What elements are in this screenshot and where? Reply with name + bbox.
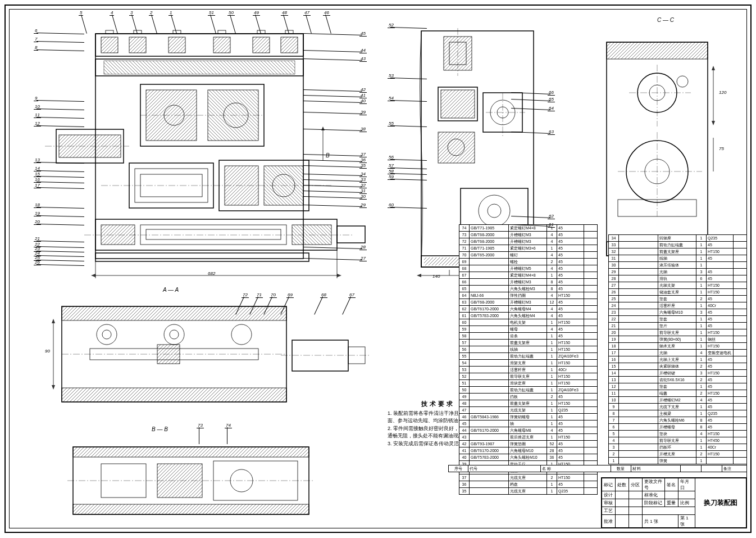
- svg-marker-45: [337, 274, 341, 277]
- svg-rect-2: [101, 37, 118, 53]
- bom-row: 68开槽螺钉M5445: [459, 265, 598, 272]
- svg-rect-8: [106, 30, 113, 34]
- bom-row: 7六角头螺栓M6845: [609, 417, 747, 424]
- balloon-69: 69: [286, 292, 294, 297]
- svg-rect-5: [213, 37, 230, 53]
- bom-table-right: 34转轴座1Q23533前动力缸端盖14532前盖支架座1HT15031线轴14…: [608, 234, 747, 464]
- svg-rect-7: [281, 37, 298, 53]
- svg-point-62: [479, 195, 510, 227]
- bom-row: 43前后推进支座1HT150: [459, 434, 598, 441]
- svg-marker-87: [712, 121, 715, 125]
- svg-point-95: [170, 330, 179, 339]
- svg-rect-100: [292, 340, 348, 371]
- bom-row: 3挡板环140Cr: [609, 444, 747, 451]
- main-view: B: [28, 17, 376, 287]
- bom-row: 54滑架支座1HT150: [459, 360, 598, 367]
- balloon-48: 48: [281, 10, 288, 15]
- bom-row: 71GB/T71-1985紧定螺钉M3×6145: [459, 245, 598, 252]
- bom-row: 13齿轮5X6.5X16245: [609, 377, 747, 383]
- svg-rect-3: [129, 37, 146, 53]
- hdr-name: 名 称: [541, 465, 611, 472]
- bom-row: 18轴承支座1HT150: [609, 343, 747, 350]
- bom-row: 48前盖支架座1HT150: [459, 400, 598, 407]
- svg-rect-40: [95, 253, 309, 261]
- svg-marker-44: [91, 274, 95, 277]
- bom-row: 47光缆支架1Q235: [459, 407, 598, 414]
- bom-row: 17光轴4变频变速电机: [609, 350, 747, 356]
- bom-row: 25垫套245: [609, 296, 747, 302]
- svg-rect-15: [104, 61, 295, 74]
- hdr-std: 代号: [468, 465, 541, 472]
- bom-row: 37光缆支座2HT150: [459, 474, 598, 481]
- bom-row: 63GB/T68-2000开槽螺钉M31245: [459, 299, 598, 306]
- bom-row: 11端盖2HT150: [609, 390, 747, 397]
- dim-main-width: 682: [208, 271, 215, 276]
- svg-marker-104: [52, 319, 55, 323]
- balloon-74: 74: [225, 423, 232, 428]
- bom-row: 64NBJ-66弹性挡圈4HT150: [459, 292, 598, 299]
- svg-rect-37: [146, 229, 281, 239]
- balloon-70: 70: [270, 292, 277, 297]
- bom-row: 70GB/T65-2000螺钉445: [459, 252, 598, 259]
- svg-rect-99: [157, 345, 180, 364]
- bom-row: 55前动力缸端盖1ZQAl10Fe3: [459, 353, 598, 360]
- balloon-68: 68: [320, 292, 327, 297]
- bom-row: 1弹簧1: [609, 458, 747, 464]
- balloon-49: 49: [253, 10, 260, 15]
- bom-row: 72GB/T68-2000开槽螺钉M3445: [459, 238, 598, 245]
- dim-cc-h2: 75: [719, 146, 724, 151]
- drawing-title: 换刀装配图: [695, 478, 746, 528]
- hdr-mat: 材 料: [631, 465, 681, 472]
- svg-marker-105: [52, 385, 55, 390]
- bom-row: 58齿条145: [459, 333, 598, 340]
- bom-row: 12垫套145: [609, 383, 747, 390]
- bom-row: 14开槽销键3HT150: [609, 370, 747, 377]
- bom-row: 19弹簧(80×60)1钢丝: [609, 336, 747, 343]
- balloon-71: 71: [256, 292, 263, 297]
- bom-row: 69螺栓245: [459, 259, 598, 265]
- svg-rect-39: [337, 226, 365, 243]
- balloon-47: 47: [303, 10, 311, 15]
- balloon-46: 46: [323, 10, 330, 15]
- bom-row: 34转轴座1Q235: [609, 235, 747, 242]
- svg-rect-72: [607, 42, 708, 59]
- svg-point-63: [488, 204, 501, 218]
- bom-table-left: 74GB/T71-1985紧定螺钉M4×814573GB/T68-2000开槽螺…: [459, 224, 598, 495]
- title-block: 标记 处数 分区 更改文件号 签名 年月日 换刀装配图 设计 标准化 审核 阶段…: [601, 477, 747, 528]
- bom-row: 42GB/T93-1987弹簧垫圈5245: [459, 441, 598, 447]
- bom-row: 9光缆下支座145: [609, 404, 747, 410]
- svg-rect-6: [253, 37, 270, 53]
- bom-row: 35光缆支座1Q235: [459, 488, 598, 495]
- bom-row: 57前盖支架座1HT150: [459, 340, 598, 346]
- bom-row: 51滑块定座1HT150: [459, 380, 598, 387]
- svg-marker-86: [712, 66, 715, 70]
- balloon-72: 72: [242, 292, 249, 297]
- bom-row: 56线轴1HT150: [459, 346, 598, 353]
- bom-row: 62GB/T6170-2000六角螺母M4445: [459, 306, 598, 313]
- bom-row: 15夹紧联轴体245: [609, 363, 747, 370]
- balloon-73: 73: [197, 423, 204, 428]
- balloon-50: 50: [227, 10, 235, 15]
- bom-row: 59螺母445: [459, 326, 598, 333]
- bom-row: 36档盘145: [459, 481, 598, 488]
- svg-point-75: [677, 76, 688, 87]
- bom-row: 2开槽支座2HT150: [609, 451, 747, 458]
- svg-rect-91: [62, 388, 286, 402]
- bom-row: 44GB/T6170-2000六角螺母M8445: [459, 427, 598, 434]
- svg-text:B: B: [326, 152, 330, 159]
- drawing-sheet: B 682: [4, 4, 752, 533]
- bom-row: 33前动力缸端盖145: [609, 242, 747, 248]
- bom-row: 66开槽螺钉M3845: [459, 279, 598, 286]
- bom-row: 52前导联支座1HT150: [459, 373, 598, 380]
- bom-row: 45轴145: [459, 421, 598, 427]
- svg-rect-107: [73, 447, 309, 457]
- dim-side-offset: 140: [432, 274, 440, 279]
- balloon-51: 51: [208, 10, 215, 15]
- svg-point-94: [164, 324, 184, 345]
- bom-row: 27光轴支架1HT150: [609, 282, 747, 289]
- bom-row: 4前导联支座1HT450: [609, 437, 747, 444]
- svg-rect-4: [168, 37, 185, 53]
- bom-row: 49挡板245: [459, 394, 598, 400]
- svg-rect-36: [292, 225, 331, 245]
- svg-rect-53: [441, 90, 475, 118]
